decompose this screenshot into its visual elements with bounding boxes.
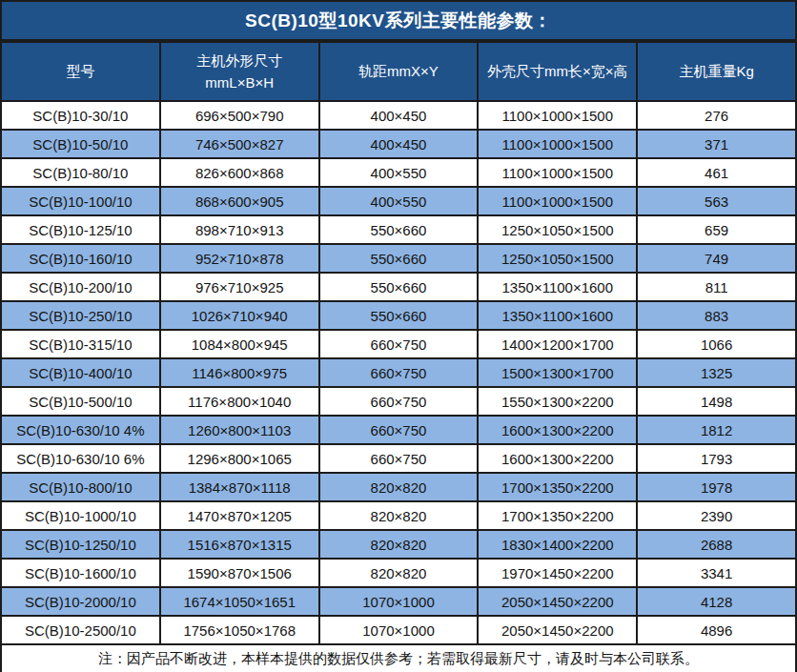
cell-model: SC(B)10-30/10 [1, 101, 160, 130]
header-row: 型号 主机外形尺寸 mmL×B×H 轨距mmX×Y 外壳尺寸mm长×宽×高 主机… [1, 42, 796, 101]
cell-weight: 563 [637, 187, 796, 215]
table-row: SC(B)10-500/101176×800×1040660×7501550×1… [1, 387, 796, 416]
table-row: SC(B)10-50/10746×500×827400×4501100×1000… [1, 130, 796, 158]
cell-main-unit-dimensions: 1176×800×1040 [160, 387, 319, 416]
cell-main-unit-dimensions: 1470×870×1205 [160, 501, 319, 530]
cell-main-unit-dimensions: 1590×870×1506 [160, 559, 319, 587]
cell-main-unit-dimensions: 1384×870×1118 [160, 473, 319, 501]
cell-weight: 3341 [637, 559, 796, 587]
cell-model: SC(B)10-630/10 6% [1, 444, 160, 473]
cell-rail-gauge: 660×750 [319, 387, 479, 416]
table-body: SC(B)10-30/10696×500×790400×4501100×1000… [1, 101, 796, 644]
cell-weight: 1812 [637, 416, 796, 444]
cell-main-unit-dimensions: 696×500×790 [160, 101, 319, 130]
cell-enclosure-dimensions: 1100×1000×1500 [478, 158, 637, 187]
cell-rail-gauge: 550×660 [319, 301, 479, 330]
cell-model: SC(B)10-1250/10 [1, 530, 160, 559]
cell-rail-gauge: 820×820 [319, 559, 479, 587]
cell-model: SC(B)10-1000/10 [1, 501, 160, 530]
table-row: SC(B)10-1250/101516×870×1315820×8201830×… [1, 530, 796, 559]
cell-rail-gauge: 820×820 [319, 501, 479, 530]
cell-enclosure-dimensions: 2050×1450×2200 [478, 587, 637, 616]
table-row: SC(B)10-630/10 6%1296×800×1065660×750160… [1, 444, 796, 473]
col-header-model: 型号 [1, 42, 160, 101]
cell-model: SC(B)10-1600/10 [1, 559, 160, 587]
cell-rail-gauge: 400×550 [319, 187, 479, 215]
cell-enclosure-dimensions: 1100×1000×1500 [478, 187, 637, 215]
cell-enclosure-dimensions: 1350×1100×1600 [478, 301, 637, 330]
cell-enclosure-dimensions: 1700×1350×2200 [478, 501, 637, 530]
cell-main-unit-dimensions: 1260×800×1103 [160, 416, 319, 444]
cell-model: SC(B)10-2000/10 [1, 587, 160, 616]
cell-model: SC(B)10-500/10 [1, 387, 160, 416]
cell-enclosure-dimensions: 1970×1450×2200 [478, 559, 637, 587]
cell-enclosure-dimensions: 1250×1050×1500 [478, 244, 637, 273]
cell-rail-gauge: 1070×1000 [319, 616, 479, 644]
cell-main-unit-dimensions: 952×710×878 [160, 244, 319, 273]
cell-rail-gauge: 1070×1000 [319, 587, 479, 616]
cell-main-unit-dimensions: 976×710×925 [160, 273, 319, 301]
cell-weight: 1793 [637, 444, 796, 473]
cell-enclosure-dimensions: 1100×1000×1500 [478, 101, 637, 130]
table-row: SC(B)10-250/101026×710×940550×6601350×11… [1, 301, 796, 330]
table-row: SC(B)10-315/101084×800×945660×7501400×12… [1, 330, 796, 358]
cell-weight: 1066 [637, 330, 796, 358]
cell-weight: 1498 [637, 387, 796, 416]
table-row: SC(B)10-1600/101590×870×1506820×8201970×… [1, 559, 796, 587]
cell-enclosure-dimensions: 1100×1000×1500 [478, 130, 637, 158]
cell-main-unit-dimensions: 1084×800×945 [160, 330, 319, 358]
table-row: SC(B)10-30/10696×500×790400×4501100×1000… [1, 101, 796, 130]
col-header-main-unit-dimensions-line1: 主机外形尺寸 [163, 50, 317, 71]
cell-model: SC(B)10-2500/10 [1, 616, 160, 644]
cell-main-unit-dimensions: 1756×1050×1768 [160, 616, 319, 644]
cell-rail-gauge: 660×750 [319, 358, 479, 387]
cell-enclosure-dimensions: 2050×1450×2200 [478, 616, 637, 644]
table-row: SC(B)10-100/10868×600×905400×5501100×100… [1, 187, 796, 215]
cell-model: SC(B)10-400/10 [1, 358, 160, 387]
table-row: SC(B)10-2000/101674×1050×16511070×100020… [1, 587, 796, 616]
cell-model: SC(B)10-800/10 [1, 473, 160, 501]
spec-table: 型号 主机外形尺寸 mmL×B×H 轨距mmX×Y 外壳尺寸mm长×宽×高 主机… [0, 41, 797, 672]
cell-weight: 749 [637, 244, 796, 273]
cell-weight: 4128 [637, 587, 796, 616]
cell-main-unit-dimensions: 1296×800×1065 [160, 444, 319, 473]
col-header-enclosure-dimensions: 外壳尺寸mm长×宽×高 [478, 42, 637, 101]
cell-rail-gauge: 820×820 [319, 530, 479, 559]
spec-sheet: SC(B)10型10KV系列主要性能参数： 型号 主机外形尺寸 mmL×B×H … [0, 0, 797, 672]
cell-enclosure-dimensions: 1600×1300×2200 [478, 444, 637, 473]
cell-weight: 1325 [637, 358, 796, 387]
table-row: SC(B)10-200/10976×710×925550×6601350×110… [1, 273, 796, 301]
cell-weight: 371 [637, 130, 796, 158]
cell-enclosure-dimensions: 1550×1300×2200 [478, 387, 637, 416]
col-header-rail-gauge: 轨距mmX×Y [319, 42, 479, 101]
cell-model: SC(B)10-50/10 [1, 130, 160, 158]
cell-model: SC(B)10-250/10 [1, 301, 160, 330]
cell-rail-gauge: 820×820 [319, 473, 479, 501]
col-header-weight: 主机重量Kg [637, 42, 796, 101]
table-row: SC(B)10-2500/101756×1050×17681070×100020… [1, 616, 796, 644]
cell-weight: 2390 [637, 501, 796, 530]
cell-model: SC(B)10-80/10 [1, 158, 160, 187]
cell-model: SC(B)10-100/10 [1, 187, 160, 215]
cell-main-unit-dimensions: 1026×710×940 [160, 301, 319, 330]
cell-rail-gauge: 550×660 [319, 244, 479, 273]
table-row: SC(B)10-630/10 4%1260×800×1103660×750160… [1, 416, 796, 444]
cell-main-unit-dimensions: 746×500×827 [160, 130, 319, 158]
cell-rail-gauge: 660×750 [319, 444, 479, 473]
cell-enclosure-dimensions: 1600×1300×2200 [478, 416, 637, 444]
cell-model: SC(B)10-315/10 [1, 330, 160, 358]
table-row: SC(B)10-1000/101470×870×1205820×8201700×… [1, 501, 796, 530]
cell-main-unit-dimensions: 1146×800×975 [160, 358, 319, 387]
col-header-main-unit-dimensions: 主机外形尺寸 mmL×B×H [160, 42, 319, 101]
table-row: SC(B)10-160/10952×710×878550×6601250×105… [1, 244, 796, 273]
cell-rail-gauge: 400×450 [319, 130, 479, 158]
cell-enclosure-dimensions: 1500×1300×1700 [478, 358, 637, 387]
table-row: SC(B)10-800/101384×870×1118820×8201700×1… [1, 473, 796, 501]
cell-weight: 1978 [637, 473, 796, 501]
cell-rail-gauge: 400×450 [319, 101, 479, 130]
cell-weight: 276 [637, 101, 796, 130]
cell-enclosure-dimensions: 1350×1100×1600 [478, 273, 637, 301]
footer-note: 注：因产品不断改进，本样本提供的数据仅供参考；若需取得最新尺寸，请及时与本公司联… [1, 644, 796, 672]
table-row: SC(B)10-400/101146×800×975660×7501500×13… [1, 358, 796, 387]
cell-main-unit-dimensions: 1674×1050×1651 [160, 587, 319, 616]
